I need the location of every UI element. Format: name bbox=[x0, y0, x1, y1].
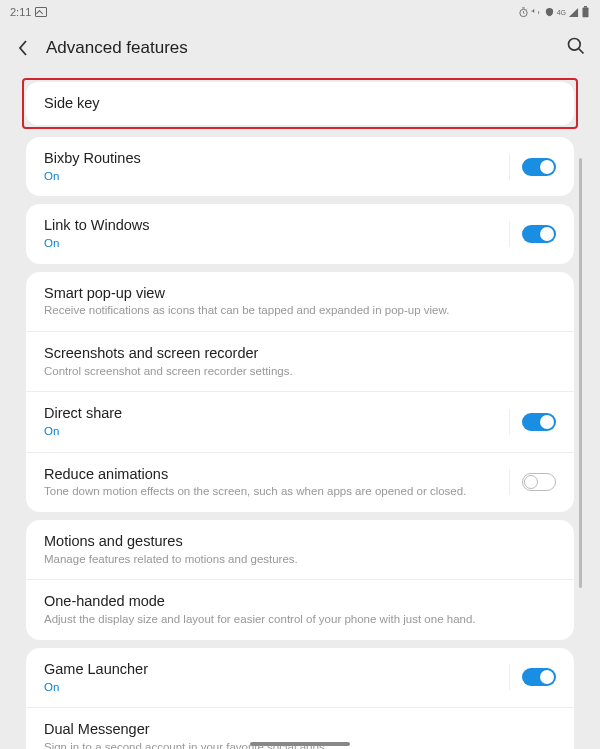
scroll-bar[interactable] bbox=[579, 158, 582, 588]
settings-row[interactable]: Link to WindowsOn bbox=[26, 204, 574, 263]
row-text: Reduce animationsTone down motion effect… bbox=[44, 465, 509, 500]
row-subtitle: On bbox=[44, 424, 509, 440]
row-text: Side key bbox=[44, 94, 556, 113]
status-icons: 4G bbox=[518, 6, 590, 18]
settings-card: Side key bbox=[26, 82, 574, 125]
row-title: Direct share bbox=[44, 404, 509, 423]
row-title: Link to Windows bbox=[44, 216, 509, 235]
row-title: Reduce animations bbox=[44, 465, 509, 484]
row-title: Side key bbox=[44, 94, 556, 113]
row-text: Link to WindowsOn bbox=[44, 216, 509, 251]
row-title: Smart pop-up view bbox=[44, 284, 556, 303]
search-icon[interactable] bbox=[566, 36, 586, 60]
settings-row[interactable]: One-handed modeAdjust the display size a… bbox=[26, 580, 574, 639]
toggle-knob bbox=[540, 160, 554, 174]
row-subtitle: On bbox=[44, 236, 509, 252]
toggle-wrap bbox=[509, 409, 556, 435]
picture-icon bbox=[35, 7, 47, 17]
toggle-wrap bbox=[509, 221, 556, 247]
toggle-switch[interactable] bbox=[522, 473, 556, 491]
row-subtitle: Manage features related to motions and g… bbox=[44, 552, 556, 568]
toggle-knob bbox=[540, 670, 554, 684]
toggle-switch[interactable] bbox=[522, 413, 556, 431]
row-title: Bixby Routines bbox=[44, 149, 509, 168]
highlight-box: Side key bbox=[22, 78, 578, 129]
row-text: Motions and gesturesManage features rela… bbox=[44, 532, 556, 567]
row-text: Smart pop-up viewReceive notifications a… bbox=[44, 284, 556, 319]
row-title: Dual Messenger bbox=[44, 720, 556, 739]
settings-card: Smart pop-up viewReceive notifications a… bbox=[26, 272, 574, 512]
svg-rect-1 bbox=[583, 8, 589, 18]
page-title: Advanced features bbox=[46, 38, 566, 58]
settings-card: Bixby RoutinesOn bbox=[26, 137, 574, 196]
row-subtitle: Tone down motion effects on the screen, … bbox=[44, 484, 509, 500]
settings-row[interactable]: Smart pop-up viewReceive notifications a… bbox=[26, 272, 574, 332]
row-subtitle: On bbox=[44, 169, 509, 185]
row-subtitle: On bbox=[44, 680, 509, 696]
toggle-switch[interactable] bbox=[522, 158, 556, 176]
row-text: Bixby RoutinesOn bbox=[44, 149, 509, 184]
svg-rect-2 bbox=[584, 6, 587, 8]
settings-row[interactable]: Side key bbox=[26, 82, 574, 125]
row-title: Game Launcher bbox=[44, 660, 509, 679]
settings-list: Side keyBixby RoutinesOnLink to WindowsO… bbox=[0, 78, 600, 749]
back-icon[interactable] bbox=[14, 39, 32, 57]
toggle-knob bbox=[540, 415, 554, 429]
settings-row[interactable]: Reduce animationsTone down motion effect… bbox=[26, 453, 574, 512]
row-subtitle: Adjust the display size and layout for e… bbox=[44, 612, 556, 628]
toggle-wrap bbox=[509, 664, 556, 690]
row-title: Motions and gestures bbox=[44, 532, 556, 551]
settings-row[interactable]: Motions and gesturesManage features rela… bbox=[26, 520, 574, 580]
app-header: Advanced features bbox=[0, 24, 600, 72]
row-text: Direct shareOn bbox=[44, 404, 509, 439]
row-text: Game LauncherOn bbox=[44, 660, 509, 695]
home-indicator[interactable] bbox=[250, 742, 350, 746]
settings-row[interactable]: Game LauncherOn bbox=[26, 648, 574, 708]
toggle-wrap bbox=[509, 469, 556, 495]
row-subtitle: Receive notifications as icons that can … bbox=[44, 303, 556, 319]
settings-row[interactable]: Bixby RoutinesOn bbox=[26, 137, 574, 196]
toggle-wrap bbox=[509, 154, 556, 180]
svg-point-3 bbox=[569, 39, 581, 51]
row-text: Screenshots and screen recorderControl s… bbox=[44, 344, 556, 379]
row-text: One-handed modeAdjust the display size a… bbox=[44, 592, 556, 627]
status-clock: 2:11 bbox=[10, 6, 31, 18]
settings-card: Game LauncherOnDual MessengerSign in to … bbox=[26, 648, 574, 749]
toggle-knob bbox=[524, 475, 538, 489]
toggle-knob bbox=[540, 227, 554, 241]
settings-row[interactable]: Direct shareOn bbox=[26, 392, 574, 452]
status-bar: 2:11 4G bbox=[0, 0, 600, 24]
row-title: Screenshots and screen recorder bbox=[44, 344, 556, 363]
row-title: One-handed mode bbox=[44, 592, 556, 611]
row-subtitle: Control screenshot and screen recorder s… bbox=[44, 364, 556, 380]
toggle-switch[interactable] bbox=[522, 225, 556, 243]
settings-card: Motions and gesturesManage features rela… bbox=[26, 520, 574, 640]
toggle-switch[interactable] bbox=[522, 668, 556, 686]
settings-card: Link to WindowsOn bbox=[26, 204, 574, 263]
settings-row[interactable]: Screenshots and screen recorderControl s… bbox=[26, 332, 574, 392]
